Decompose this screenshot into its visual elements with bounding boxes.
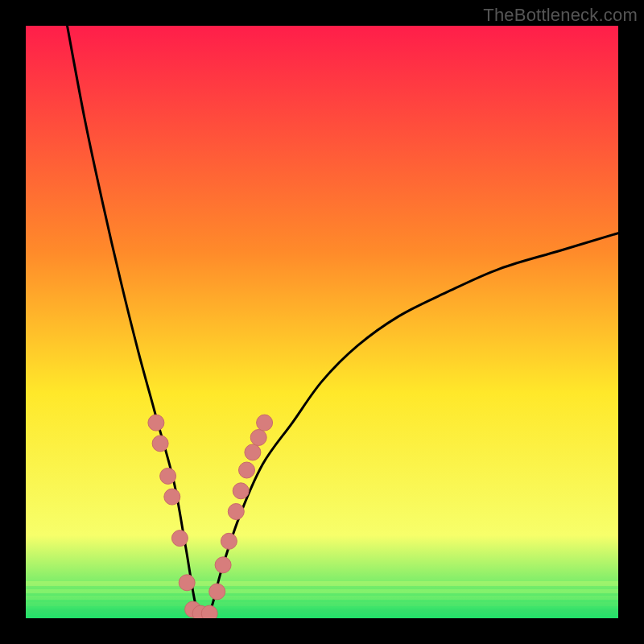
gradient-background [26, 26, 618, 618]
chart-frame [26, 26, 618, 618]
curve-marker [239, 462, 255, 478]
bottleneck-chart [26, 26, 618, 618]
curve-marker [233, 483, 249, 499]
curve-marker [245, 444, 261, 460]
svg-rect-4 [26, 609, 618, 613]
svg-rect-0 [26, 581, 618, 586]
curve-marker [228, 504, 244, 520]
svg-rect-1 [26, 589, 618, 593]
curve-marker [209, 584, 225, 600]
svg-rect-3 [26, 602, 618, 606]
curve-marker [201, 605, 217, 618]
curve-marker [215, 557, 231, 573]
svg-rect-2 [26, 596, 618, 600]
curve-marker [160, 468, 176, 484]
watermark-text: TheBottleneck.com [483, 5, 638, 26]
curve-marker [250, 430, 266, 446]
curve-marker [221, 533, 237, 549]
curve-marker [171, 530, 188, 547]
curve-marker [148, 415, 164, 431]
curve-marker [179, 575, 195, 591]
bottom-bands [26, 581, 618, 613]
curve-marker [257, 415, 273, 431]
curve-marker [152, 436, 168, 452]
curve-marker [164, 489, 180, 505]
